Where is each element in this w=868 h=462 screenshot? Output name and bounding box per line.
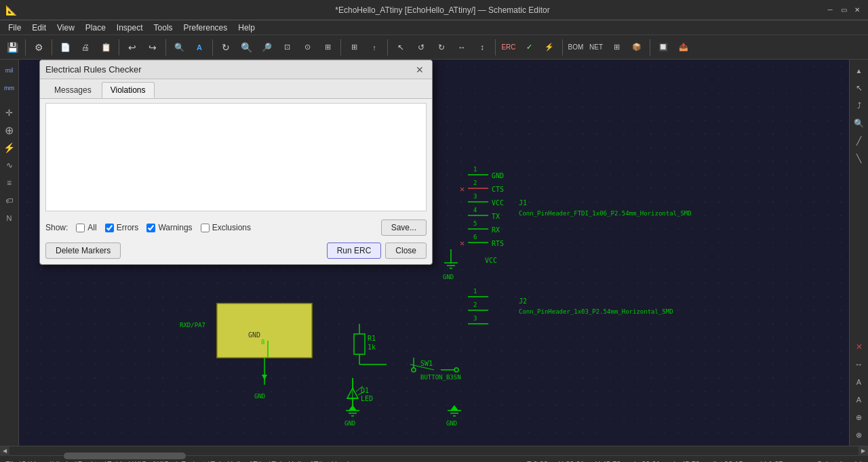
mirror-y-button[interactable]: ↕ bbox=[473, 38, 492, 57]
menu-place[interactable]: Place bbox=[80, 22, 111, 34]
checkbox-all-label: All bbox=[87, 223, 96, 232]
checkbox-exclusions[interactable]: Exclusions bbox=[201, 223, 251, 232]
checkbox-exclusions-input[interactable] bbox=[201, 224, 210, 232]
right-sidebar-route[interactable]: ⤴ bbox=[851, 98, 867, 114]
annotate-button[interactable]: A bbox=[190, 38, 209, 57]
right-sidebar-inspect[interactable]: 🔍 bbox=[851, 115, 867, 131]
sidebar-units-mm[interactable]: mm bbox=[1, 80, 18, 96]
toolbar-separator-6 bbox=[340, 39, 341, 56]
erc-dialog: Electrical Rules Checker ✕ Messages Viol… bbox=[39, 60, 433, 265]
erc-tab-violations[interactable]: Violations bbox=[102, 82, 155, 98]
menu-view[interactable]: View bbox=[52, 22, 80, 34]
table-button[interactable]: ⊞ bbox=[607, 38, 626, 57]
right-sidebar-icon1[interactable]: ⊕ bbox=[851, 409, 867, 425]
horizontal-scrollbar[interactable]: ◀ ▶ bbox=[0, 446, 868, 455]
sidebar-add-bus[interactable]: ≡ bbox=[1, 175, 18, 191]
checkbox-exclusions-label: Exclusions bbox=[212, 223, 251, 232]
minimize-button[interactable]: ─ bbox=[825, 5, 835, 16]
schematic-setup-button[interactable]: ⚙ bbox=[29, 38, 48, 57]
print-button[interactable]: 🖨 bbox=[76, 38, 95, 57]
pcb-button[interactable]: 🔲 bbox=[654, 38, 673, 57]
redo-button[interactable]: ↪ bbox=[143, 38, 162, 57]
zoom-full-button[interactable]: ⊞ bbox=[318, 38, 337, 57]
erc-dialog-titlebar[interactable]: Electrical Rules Checker ✕ bbox=[40, 60, 432, 79]
bom-button[interactable]: BOM bbox=[566, 38, 585, 57]
x-coord: X 80.01 bbox=[559, 460, 585, 463]
mirror-x-button[interactable]: ↔ bbox=[452, 38, 471, 57]
check-button[interactable]: ✓ bbox=[519, 38, 538, 57]
menu-tools[interactable]: Tools bbox=[149, 22, 178, 34]
right-sidebar-up[interactable]: ▲ bbox=[851, 62, 867, 79]
erc-violations-list[interactable] bbox=[45, 103, 427, 211]
delete-markers-button[interactable]: Delete Markers bbox=[45, 243, 121, 259]
save-button[interactable]: 💾 bbox=[3, 38, 22, 57]
checkbox-warnings-input[interactable] bbox=[146, 224, 155, 232]
menu-edit[interactable]: Edit bbox=[26, 22, 52, 34]
menu-preferences[interactable]: Preferences bbox=[178, 22, 233, 34]
undo-button[interactable]: ↩ bbox=[123, 38, 142, 57]
sidebar-units-mils[interactable]: mil bbox=[1, 62, 18, 79]
right-sidebar-line[interactable]: ╱ bbox=[851, 133, 867, 149]
right-sidebar-icon2[interactable]: ⊗ bbox=[851, 427, 867, 443]
zoom-out-button[interactable]: 🔎 bbox=[257, 38, 276, 57]
svg-text:J1: J1 bbox=[519, 199, 527, 207]
zoom-fit-button[interactable]: ⊡ bbox=[277, 38, 296, 57]
checkbox-errors[interactable]: Errors bbox=[105, 223, 139, 232]
sidebar-add-symbol[interactable]: ⊕ bbox=[1, 122, 18, 138]
sim-button[interactable]: ⚡ bbox=[540, 38, 559, 57]
right-sidebar-arrow[interactable]: ↔ bbox=[851, 356, 867, 373]
checkbox-errors-input[interactable] bbox=[105, 224, 114, 232]
menu-help[interactable]: Help bbox=[233, 22, 260, 34]
checkbox-all[interactable]: All bbox=[76, 223, 96, 232]
sidebar-add-netlabel[interactable]: N bbox=[1, 210, 18, 226]
y-coord: Y 45.72 bbox=[595, 460, 621, 463]
erc-buttons-row: Delete Markers Run ERC Close bbox=[40, 240, 432, 264]
show-label: Show: bbox=[45, 223, 68, 232]
canvas-area[interactable]: CC 1 2 3 4 5 6 GND bbox=[19, 60, 849, 446]
toolbar-separator-10 bbox=[650, 39, 650, 56]
toolbar-separator-7 bbox=[387, 39, 388, 56]
toolbar-separator-8 bbox=[495, 39, 496, 56]
refresh-button[interactable]: ↻ bbox=[216, 38, 235, 57]
zoom-orig-button[interactable]: ⊙ bbox=[298, 38, 317, 57]
close-button[interactable]: ✕ bbox=[852, 5, 863, 16]
checkbox-all-input[interactable] bbox=[76, 224, 85, 232]
erc-tab-messages[interactable]: Messages bbox=[45, 82, 100, 98]
toolbar-separator-3 bbox=[119, 39, 119, 56]
select-button[interactable]: ↖ bbox=[391, 38, 410, 57]
sidebar-add-power[interactable]: ⚡ bbox=[1, 140, 18, 156]
menu-inspect[interactable]: Inspect bbox=[111, 22, 149, 34]
sidebar-add-wire[interactable]: ∿ bbox=[1, 157, 18, 173]
right-sidebar-cross[interactable]: ✕ bbox=[851, 339, 867, 355]
new-button[interactable]: 📄 bbox=[56, 38, 75, 57]
run-erc-button[interactable]: Run ERC bbox=[327, 243, 382, 259]
checkbox-warnings[interactable]: Warnings bbox=[146, 223, 192, 232]
right-sidebar-select[interactable]: ↖ bbox=[851, 80, 867, 96]
grid-button[interactable]: ⊞ bbox=[344, 38, 363, 57]
netlist-button[interactable]: NET bbox=[587, 38, 606, 57]
right-sidebar-line2[interactable]: ╲ bbox=[851, 150, 867, 167]
right-sidebar-text[interactable]: A bbox=[851, 374, 867, 390]
sidebar-add-label[interactable]: 🏷 bbox=[1, 192, 18, 209]
export-button[interactable]: 📤 bbox=[674, 38, 693, 57]
sidebar-cursor[interactable]: ✛ bbox=[1, 104, 18, 121]
erc-button[interactable]: ERC bbox=[499, 38, 518, 57]
search-button[interactable]: 🔍 bbox=[170, 38, 189, 57]
erc-close-button[interactable]: ✕ bbox=[413, 63, 427, 77]
comp-button[interactable]: 📦 bbox=[627, 38, 646, 57]
horizontal-scroll-thumb[interactable] bbox=[64, 453, 186, 459]
rotate-ccw-button[interactable]: ↺ bbox=[412, 38, 431, 57]
zoom-in-button[interactable]: 🔍 bbox=[237, 38, 256, 57]
save-button[interactable]: Save... bbox=[381, 219, 427, 236]
scroll-right-arrow[interactable]: ▶ bbox=[859, 446, 868, 456]
svg-text:RX: RX bbox=[492, 226, 500, 234]
close-button[interactable]: Close bbox=[385, 243, 427, 259]
maximize-button[interactable]: ▭ bbox=[838, 5, 849, 16]
plot-button[interactable]: 📋 bbox=[96, 38, 115, 57]
rotate-cw-button[interactable]: ↻ bbox=[432, 38, 451, 57]
scroll-left-arrow[interactable]: ◀ bbox=[0, 446, 9, 456]
up-button[interactable]: ↑ bbox=[365, 38, 384, 57]
menu-file[interactable]: File bbox=[3, 22, 26, 34]
svg-text:GND: GND bbox=[254, 393, 265, 400]
right-sidebar-font[interactable]: A bbox=[851, 392, 867, 408]
